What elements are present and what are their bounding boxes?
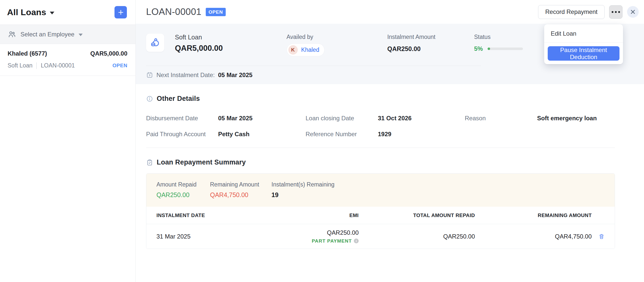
field-value: 31 Oct 2026 [378, 115, 465, 122]
more-actions-menu: Edit Loan Pause Instalment Deduction [544, 24, 623, 64]
field-label: Paid Through Account [146, 131, 218, 138]
next-instalment-date: 05 Mar 2025 [218, 72, 252, 79]
people-icon [8, 30, 16, 39]
column-header: REMAINING AMOUNT [475, 213, 592, 218]
loan-app-window: All Loans Select an Employee Khaled (657… [0, 0, 644, 282]
add-loan-button[interactable] [114, 6, 127, 18]
field-label: Reason [465, 115, 537, 122]
clipboard-check-icon [146, 159, 153, 166]
menu-item-edit-loan[interactable]: Edit Loan [544, 24, 623, 42]
remaining-amount-value: QAR4,750.00 [210, 191, 271, 199]
divider [146, 148, 615, 148]
repayment-summary-box: Amount Repaid QAR250.00 Remaining Amount… [146, 173, 615, 249]
info-circle-icon [146, 95, 153, 102]
field-value: 05 Mar 2025 [218, 115, 306, 122]
stat-label: Amount Repaid [156, 181, 210, 188]
close-button[interactable] [627, 6, 639, 18]
repayment-summary-title: Loan Repayment Summary [157, 158, 246, 166]
dot-icon [612, 11, 613, 13]
field-value: Soft emergency loan [537, 115, 615, 122]
sidebar-header: All Loans [0, 0, 135, 25]
status-badge: OPEN [206, 8, 226, 16]
employee-link[interactable]: Khaled [301, 46, 319, 53]
loan-item-employee: Khaled (6577) [8, 50, 47, 57]
employee-filter[interactable]: Select an Employee [0, 25, 135, 44]
amount-repaid-value: QAR250.00 [156, 191, 210, 199]
field-label: Reference Number [306, 131, 378, 138]
loan-type-icon-card [146, 34, 164, 52]
status-progress-bar [488, 48, 523, 50]
next-instalment-label: Next Instalment Date: [156, 72, 215, 79]
field-value: Petty Cash [218, 131, 306, 138]
close-icon [630, 9, 636, 15]
availed-by-label: Availed by [287, 34, 325, 40]
money-bag-icon [150, 37, 161, 48]
loan-type-label: Soft Loan [175, 34, 223, 41]
plus-icon [117, 9, 124, 16]
instalments-remaining-value: 19 [271, 191, 605, 199]
emi-cell: QAR250.00 [327, 229, 359, 236]
progress-percent: 5% [474, 45, 483, 52]
page-title: LOAN-00001 [146, 7, 201, 17]
employee-pill[interactable]: K Khaled [287, 43, 325, 56]
all-loans-dropdown[interactable]: All Loans [7, 7, 54, 17]
loan-item-id: LOAN-00001 [41, 62, 75, 69]
chevron-down-icon [79, 34, 83, 36]
column-header: TOTAL AMOUNT REPAID [359, 213, 475, 218]
trash-icon [599, 233, 605, 240]
detail-header: LOAN-00001 OPEN Record Repayment [136, 0, 644, 24]
pause-instalment-deduction-button[interactable]: Pause Instalment Deduction [548, 46, 619, 61]
loan-item-status-badge: OPEN [112, 63, 127, 68]
dot-icon [618, 11, 620, 13]
divider [36, 62, 37, 69]
status-progress-fill [488, 48, 490, 50]
sidebar: All Loans Select an Employee Khaled (657… [0, 0, 136, 282]
instalment-amount-label: Instalment Amount [387, 34, 435, 40]
column-header: EMI [278, 213, 359, 218]
loan-amount: QAR5,000.00 [175, 44, 223, 53]
delete-repayment-button[interactable] [599, 233, 605, 240]
calendar-chevron-icon [146, 72, 153, 79]
detail-content: Other Details Disbursement Date 05 Mar 2… [136, 84, 644, 282]
loan-item-type: Soft Loan [8, 62, 32, 69]
sidebar-title: All Loans [7, 7, 46, 17]
chevron-down-icon [50, 12, 54, 14]
status-label: Status [474, 34, 523, 40]
part-payment-info-icon[interactable]: i [354, 239, 359, 243]
repayment-stats: Amount Repaid QAR250.00 Remaining Amount… [146, 174, 615, 207]
table-row: 31 Mar 2025 QAR250.00 PART PAYMENT i QAR… [146, 224, 615, 249]
avatar: K [288, 45, 298, 55]
other-details-title: Other Details [157, 95, 200, 103]
field-label: Loan closing Date [306, 115, 378, 122]
total-repaid-cell: QAR250.00 [359, 233, 475, 240]
next-instalment-row: Next Instalment Date: 05 Mar 2025 [146, 66, 634, 84]
field-value: 1929 [378, 131, 465, 138]
stat-label: Remaining Amount [210, 181, 271, 188]
divider [544, 42, 623, 43]
instalment-amount-value: QAR250.00 [387, 45, 435, 53]
record-repayment-button[interactable]: Record Repayment [538, 5, 605, 19]
dot-icon [615, 11, 617, 13]
loan-item-amount: QAR5,000.00 [90, 50, 127, 57]
table-header-row: INSTALMENT DATE EMI TOTAL AMOUNT REPAID … [146, 207, 615, 224]
field-label: Disbursement Date [146, 115, 218, 122]
remaining-cell: QAR4,750.00 [475, 233, 592, 240]
column-header: INSTALMENT DATE [156, 213, 278, 218]
other-details-grid: Disbursement Date 05 Mar 2025 Loan closi… [146, 110, 615, 142]
instalment-date-cell: 31 Mar 2025 [156, 233, 278, 240]
more-actions-button[interactable] [609, 5, 623, 19]
stat-label: Instalment(s) Remaining [271, 181, 605, 188]
part-payment-tag: PART PAYMENT [312, 238, 352, 244]
loan-list-item[interactable]: Khaled (6577) QAR5,000.00 Soft Loan LOAN… [0, 44, 135, 76]
employee-filter-label: Select an Employee [20, 31, 74, 38]
